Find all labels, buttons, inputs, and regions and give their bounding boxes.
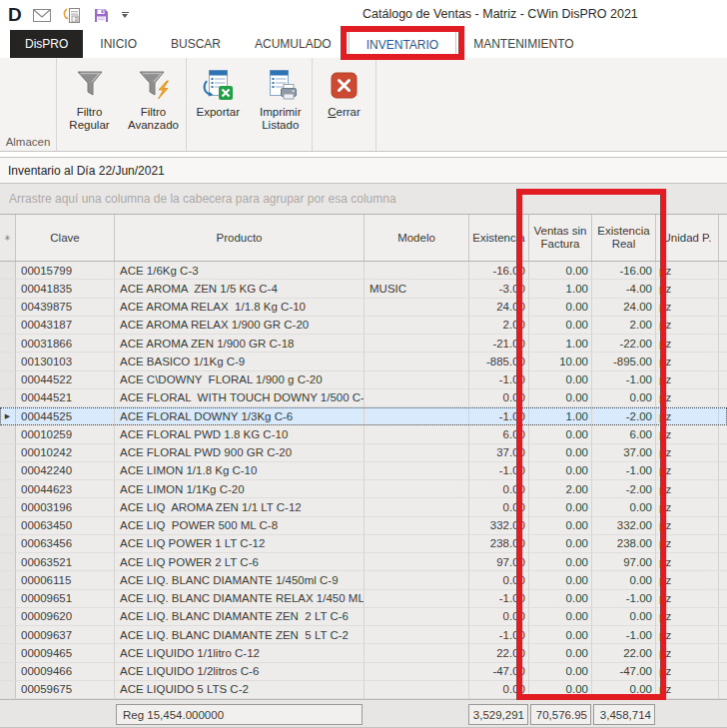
grid-header-row: ✳ Clave Producto Modelo Existencia Venta… [0,214,727,262]
table-row[interactable]: 00009465 ACE LIQUIDO 1/1litro C-12 22.00… [0,644,727,662]
filtro-avanzado-button[interactable]: Filtro Avanzado [122,62,186,132]
tab-acumulado[interactable]: ACUMULADO [238,30,349,58]
cell-modelo [364,681,469,699]
table-row[interactable]: 00043187 ACE AROMA RELAX 1/900 GR C-20 2… [0,317,727,335]
row-indicator [0,335,16,353]
table-row[interactable]: 00059675 ACE LIQUIDO 5 LTS C-2 0.00 0.00… [0,681,727,699]
save-icon[interactable] [92,5,112,25]
cell-unidad: pz [656,553,719,571]
tab-inicio[interactable]: INICIO [83,30,154,58]
cell-modelo [364,444,469,462]
cerrar-button[interactable]: Cerrar [316,62,373,119]
tab-buscar[interactable]: BUSCAR [154,30,238,58]
cell-producto: ACE FLORAL DOWNY 1/3Kg C-6 [115,407,364,425]
imprimir-listado-button[interactable]: Imprimir Listado [250,62,313,132]
cell-existencia-real: -1.00 [592,626,656,644]
table-row[interactable]: 00031866 ACE AROMA ZEN 1/900 GR C-18 -21… [0,335,727,353]
qat-customize-icon[interactable] [122,12,129,18]
table-row[interactable]: 00009466 ACE LIQUIDO 1/2litros C-6 -47.0… [0,663,727,681]
cell-producto: ACE AROMA ZEN 1/5 KG C-4 [115,280,364,298]
column-header-ventas-sin-factura[interactable]: Ventas sin Factura [529,215,592,261]
cell-existencia: -1.00 [469,462,529,480]
cell-producto: ACE LIQ POWER 2 LT C-6 [115,553,364,571]
cell-producto: ACE LIMON 1/1.8 Kg C-10 [115,462,364,480]
filtro-regular-button[interactable]: Filtro Regular [58,62,122,132]
cell-modelo: MUSIC [364,280,469,298]
column-header-existencia-real[interactable]: Existencia Real [592,215,656,261]
table-row[interactable]: 00044522 ACE C\DOWNY FLORAL 1/900 g C-20… [0,371,727,389]
row-indicator [0,389,16,407]
cell-spacer [719,663,727,681]
tab-inventario[interactable]: INVENTARIO [349,30,456,58]
cell-existencia-real: 238.00 [592,535,656,553]
cell-ventas-sin-factura: 0.00 [529,553,592,571]
cell-existencia: 0.00 [469,498,529,516]
footer-record-count: Reg 15,454.000000 [116,704,363,725]
paste-icon[interactable] [62,5,82,25]
table-row[interactable]: 00063456 ACE LIQ POWER 1 LT C-12 238.00 … [0,535,727,553]
column-header-modelo[interactable]: Modelo [364,215,469,261]
column-header-unidad[interactable]: Unidad P. [656,215,719,261]
cell-spacer [719,608,727,626]
column-header-spacer [719,215,727,261]
window-title: Catálogo de Ventas - Matriz - CWin DisPR… [363,7,638,21]
cell-producto: ACE LIQUIDO 1/2litros C-6 [115,663,364,681]
cell-existencia-real: -47.00 [592,663,656,681]
table-row[interactable]: 00010259 ACE FLORAL PWD 1.8 KG C-10 6.00… [0,425,727,443]
cell-producto: ACE LIQ. BLANC DIAMANTE RELAX 1/450 ML C… [115,590,364,608]
cell-clave: 00006115 [16,571,115,589]
table-row[interactable]: 00044521 ACE FLORAL WITH TOUCH DOWNY 1/5… [0,389,727,407]
column-header-clave[interactable]: Clave [16,215,115,261]
table-row[interactable]: 00044623 ACE LIMON 1/1Kg C-20 0.00 2.00 … [0,480,727,498]
table-row[interactable]: 00009637 ACE LIQ. BLANC DIAMANTE ZEN 5 L… [0,626,727,644]
table-row[interactable]: 00063450 ACE LIQ POWER 500 ML C-8 332.00… [0,517,727,535]
row-indicator [0,480,16,498]
row-indicator [0,444,16,462]
table-row[interactable]: ▶ 00044525 ACE FLORAL DOWNY 1/3Kg C-6 -1… [0,407,727,425]
row-indicator [0,317,16,335]
table-row[interactable]: 00009620 ACE LIQ. BLANC DIAMANTE ZEN 2 L… [0,608,727,626]
cell-existencia: 97.00 [469,553,529,571]
cell-existencia: -3.00 [469,280,529,298]
cell-unidad: pz [656,626,719,644]
table-row[interactable]: 00010242 ACE FLORAL PWD 900 GR C-20 37.0… [0,444,727,462]
cell-existencia-real: 22.00 [592,644,656,662]
ribbon-group-catalogo: Cerrar [313,58,376,151]
column-header-producto[interactable]: Producto [115,215,364,261]
table-row[interactable]: 00042240 ACE LIMON 1/1.8 Kg C-10 -1.00 0… [0,462,727,480]
ribbon-spacer [376,58,727,151]
row-indicator [0,644,16,662]
cell-producto: ACE AROMA ZEN 1/900 GR C-18 [115,335,364,353]
cell-existencia: -1.00 [469,371,529,389]
cell-existencia-real: 6.00 [592,425,656,443]
table-row[interactable]: 00439875 ACE AROMA RELAX 1/1.8 Kg C-10 2… [0,299,727,317]
cell-unidad: pz [656,299,719,317]
column-header-existencia[interactable]: Existencia [469,215,529,261]
group-by-panel[interactable]: Arrastre aquí una columna de la cabecera… [0,184,727,214]
cell-clave: 00009465 [16,644,115,662]
table-row[interactable]: 00006115 ACE LIQ. BLANC DIAMANTE 1/450ml… [0,571,727,589]
filtro-avanzado-label: Filtro Avanzado [128,106,179,132]
cell-spacer [719,299,727,317]
exportar-button[interactable]: Exportar [187,62,250,119]
tab-mantenimiento[interactable]: MANTENIMIENTO [456,30,590,58]
table-row[interactable]: 00063521 ACE LIQ POWER 2 LT C-6 97.00 0.… [0,553,727,571]
cell-spacer [719,262,727,280]
cell-existencia-real: -895.00 [592,353,656,370]
grid-body: 00015799 ACE 1/6Kg C-3 -16.00 0.00 -16.0… [0,262,727,699]
table-row[interactable]: 00130103 ACE BASICO 1/1Kg C-9 -885.00 10… [0,353,727,370]
row-indicator [0,371,16,389]
grid-indicator-header: ✳ [0,215,16,261]
cell-producto: ACE LIQ. BLANC DIAMANTE 1/450ml C-9 [115,571,364,589]
cell-producto: ACE LIQUIDO 5 LTS C-2 [115,681,364,699]
table-row[interactable]: 00003196 ACE LIQ AROMA ZEN 1/1 LT C-12 0… [0,498,727,516]
cell-producto: ACE LIQ POWER 1 LT C-12 [115,535,364,553]
cell-existencia-real: 2.00 [592,317,656,335]
table-row[interactable]: 00009651 ACE LIQ. BLANC DIAMANTE RELAX 1… [0,590,727,608]
table-row[interactable]: 00041835 ACE AROMA ZEN 1/5 KG C-4 MUSIC … [0,280,727,298]
cell-unidad: pz [656,590,719,608]
cell-producto: ACE LIQ AROMA ZEN 1/1 LT C-12 [115,498,364,516]
mail-icon[interactable] [32,5,52,25]
tab-dispro[interactable]: DisPRO [10,30,83,58]
table-row[interactable]: 00015799 ACE 1/6Kg C-3 -16.00 0.00 -16.0… [0,262,727,280]
